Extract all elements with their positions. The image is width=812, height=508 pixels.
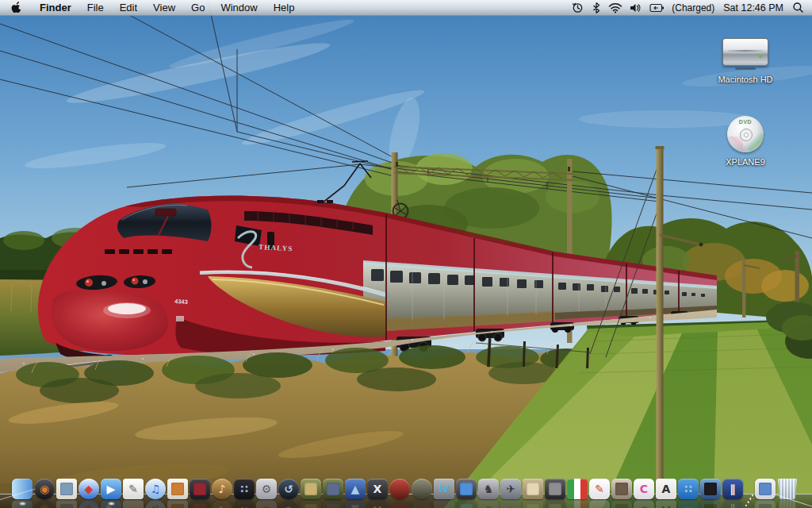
system-preferences-icon[interactable]: ⚙⚙ (255, 473, 278, 508)
civilization-iv-icon[interactable]: IVIV (433, 473, 455, 508)
desktop-icon-macintosh-hd[interactable]: Macintosh HD (709, 38, 782, 84)
menu-file[interactable]: File (79, 0, 112, 15)
menu-edit[interactable]: Edit (112, 0, 145, 15)
lego-robot-icon[interactable] (699, 473, 722, 508)
lego-brick-icon[interactable]: ∷∷ (677, 473, 699, 508)
menu-bar-clock[interactable]: Sat 12:46 PM (722, 2, 785, 13)
battery-status-text: (Charged) (672, 2, 714, 13)
installer-box-icon[interactable] (754, 473, 776, 508)
dock-separator (744, 473, 754, 508)
safari-icon[interactable]: ◆◆ (78, 473, 100, 508)
train-number-text: 4343 (174, 298, 188, 306)
spaces-icon[interactable]: ∷∷ (233, 473, 255, 508)
master-chief-helmet-icon[interactable] (411, 473, 433, 508)
sketchup-icon[interactable]: ✎✎ (588, 473, 611, 508)
dock: ◉◉◆◆▶▶✎✎♫♫♪♪∷∷⚙⚙↺↺▲▲XXIVIV♞♞✈✈✎✎CCAA∷∷∥∥ (0, 473, 812, 508)
halo-campaign-icon[interactable] (322, 473, 344, 508)
wallpaper-train-photo: THALYS 4343 (0, 0, 812, 508)
iphoto-icon[interactable] (167, 473, 189, 508)
menu-go[interactable]: Go (183, 0, 213, 15)
halo-emblem-icon[interactable]: ▲▲ (344, 473, 366, 508)
menu-finder[interactable]: Finder (32, 0, 79, 15)
volume-icon[interactable] (630, 2, 642, 13)
battery-icon[interactable] (649, 3, 665, 13)
itunes-icon[interactable]: ♫♫ (144, 473, 167, 508)
menu-window[interactable]: Window (213, 0, 265, 15)
running-app-indicator (19, 502, 26, 506)
running-app-indicator (108, 502, 115, 506)
apple-logo-icon (11, 1, 22, 15)
menu-bar: Finder File Edit View Go Window Help (0, 0, 812, 16)
wifi-icon[interactable] (608, 2, 622, 13)
hard-drive-icon-base (735, 67, 756, 70)
video-player-icon[interactable] (455, 473, 477, 508)
time-machine-icon[interactable] (571, 1, 584, 14)
textedit-icon[interactable]: ✎✎ (122, 473, 144, 508)
menu-help[interactable]: Help (266, 0, 303, 15)
halo-red-helmet-icon[interactable] (389, 473, 411, 508)
mail-icon[interactable] (56, 473, 78, 508)
comic-life-icon[interactable]: CC (633, 473, 655, 508)
desktop-icon-label: Macintosh HD (718, 75, 772, 84)
hard-drive-icon (722, 38, 768, 66)
eu3-portrait-icon[interactable] (522, 473, 544, 508)
ichat-icon[interactable]: ▶▶ (100, 473, 122, 508)
framed-face-icon[interactable] (544, 473, 566, 508)
gimp-icon[interactable] (611, 473, 633, 508)
rooster-flag-icon[interactable] (566, 473, 588, 508)
bluetooth-icon[interactable] (592, 2, 601, 14)
imovie-icon[interactable] (189, 473, 211, 508)
spotlight-icon[interactable] (792, 2, 804, 13)
pages-icon[interactable]: AA (655, 473, 677, 508)
desktop: THALYS 4343 (0, 0, 812, 508)
dvd-disc-text: DVD (727, 119, 764, 125)
desktop-icon-label: XPLANE9 (726, 157, 765, 167)
blue-cards-icon[interactable]: ∥∥ (722, 473, 744, 508)
garageband-icon[interactable]: ♪♪ (211, 473, 233, 508)
trash-icon[interactable] (776, 473, 799, 508)
menu-view[interactable]: View (145, 0, 183, 15)
apple-menu[interactable] (0, 0, 32, 15)
dvd-disc-icon: DVD (727, 116, 764, 152)
chess-icon[interactable]: ♞♞ (477, 473, 500, 508)
dashboard-icon[interactable]: ◉◉ (33, 473, 56, 508)
time-machine-dock-icon[interactable]: ↺↺ (278, 473, 300, 508)
x-plane-x-icon[interactable]: XX (366, 473, 389, 508)
fighter-jets-icon[interactable]: ✈✈ (500, 473, 522, 508)
desktop-icon-xplane9[interactable]: DVD XPLANE9 (709, 116, 782, 167)
halo-soldier-icon[interactable] (300, 473, 322, 508)
